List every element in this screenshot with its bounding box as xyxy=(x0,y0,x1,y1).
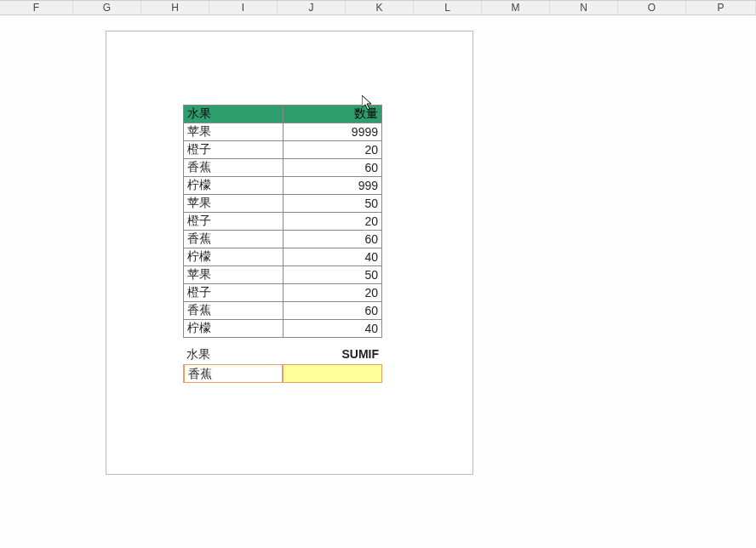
table-row[interactable]: 苹果50 xyxy=(184,195,382,213)
cell-fruit[interactable]: 苹果 xyxy=(184,195,284,213)
cell-fruit[interactable]: 柠檬 xyxy=(184,248,284,266)
cell-fruit[interactable]: 香蕉 xyxy=(184,302,284,320)
table-row[interactable]: 橙子20 xyxy=(184,141,382,159)
column-header[interactable]: M xyxy=(482,1,550,16)
cell-qty[interactable]: 60 xyxy=(284,159,382,177)
data-table[interactable]: 水果 数量 苹果9999橙子20香蕉60柠檬999苹果50橙子20香蕉60柠檬4… xyxy=(183,105,382,338)
table-row[interactable]: 香蕉60 xyxy=(184,231,382,248)
cell-fruit[interactable]: 香蕉 xyxy=(184,231,284,248)
cell-qty[interactable]: 60 xyxy=(284,302,382,320)
cell-fruit[interactable]: 柠檬 xyxy=(184,177,284,195)
column-header[interactable]: F xyxy=(0,1,73,16)
cell-fruit[interactable]: 苹果 xyxy=(184,123,284,141)
cell-fruit[interactable]: 苹果 xyxy=(184,266,284,284)
column-header[interactable]: K xyxy=(346,1,414,16)
table-row[interactable]: 橙子20 xyxy=(184,284,382,302)
table-row[interactable]: 苹果9999 xyxy=(184,123,382,141)
cell-qty[interactable]: 50 xyxy=(284,195,382,213)
column-header[interactable]: O xyxy=(618,1,686,16)
summary-value-sumif[interactable] xyxy=(284,365,382,382)
cell-qty[interactable]: 40 xyxy=(284,248,382,266)
column-header-strip: FGHIJKLMNOP xyxy=(0,0,756,15)
table-row[interactable]: 柠檬999 xyxy=(184,177,382,195)
summary-value-fruit[interactable]: 香蕉 xyxy=(183,365,284,382)
table-row[interactable]: 苹果50 xyxy=(184,266,382,284)
cell-qty[interactable]: 40 xyxy=(284,320,382,338)
summary-labels-row: 水果 SUMIF xyxy=(183,346,382,363)
table-row[interactable]: 柠檬40 xyxy=(184,320,382,338)
cell-qty[interactable]: 20 xyxy=(284,213,382,231)
column-header[interactable]: J xyxy=(278,1,346,16)
table-row[interactable]: 香蕉60 xyxy=(184,159,382,177)
column-header[interactable]: H xyxy=(141,1,209,16)
cell-qty[interactable]: 20 xyxy=(284,141,382,159)
header-fruit[interactable]: 水果 xyxy=(184,106,284,123)
column-header[interactable]: G xyxy=(73,1,141,16)
document-page: 水果 数量 苹果9999橙子20香蕉60柠檬999苹果50橙子20香蕉60柠檬4… xyxy=(106,31,473,475)
cell-fruit[interactable]: 橙子 xyxy=(184,284,284,302)
cell-qty[interactable]: 50 xyxy=(284,266,382,284)
cell-qty[interactable]: 9999 xyxy=(284,123,382,141)
column-header[interactable]: P xyxy=(686,1,756,16)
table-row[interactable]: 柠檬40 xyxy=(184,248,382,266)
table-header-row[interactable]: 水果 数量 xyxy=(184,106,382,123)
summary-label-sumif[interactable]: SUMIF xyxy=(284,346,382,363)
summary-values-row: 香蕉 xyxy=(183,364,382,383)
cell-fruit[interactable]: 香蕉 xyxy=(184,159,284,177)
header-qty[interactable]: 数量 xyxy=(284,106,382,123)
table-row[interactable]: 橙子20 xyxy=(184,213,382,231)
cell-qty[interactable]: 999 xyxy=(284,177,382,195)
cell-qty[interactable]: 20 xyxy=(284,284,382,302)
summary-label-fruit[interactable]: 水果 xyxy=(183,346,284,363)
column-header[interactable]: N xyxy=(550,1,618,16)
column-header[interactable]: I xyxy=(209,1,278,16)
table-row[interactable]: 香蕉60 xyxy=(184,302,382,320)
cell-fruit[interactable]: 橙子 xyxy=(184,141,284,159)
cell-fruit[interactable]: 柠檬 xyxy=(184,320,284,338)
column-header[interactable]: L xyxy=(414,1,482,16)
cell-fruit[interactable]: 橙子 xyxy=(184,213,284,231)
cell-qty[interactable]: 60 xyxy=(284,231,382,248)
